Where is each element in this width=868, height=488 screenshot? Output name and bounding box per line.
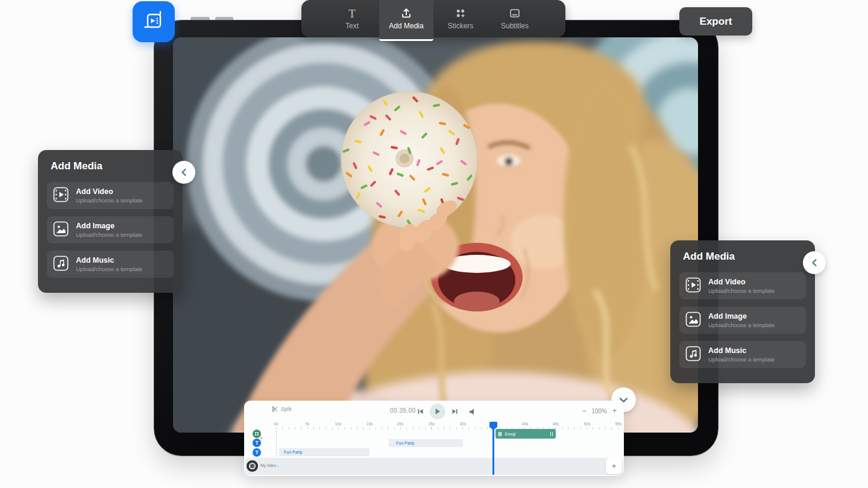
export-button[interactable]: Export bbox=[679, 7, 752, 36]
upload-icon bbox=[400, 7, 412, 20]
add-video-button[interactable]: Add VideoUpload/choose a template bbox=[679, 272, 806, 299]
ruler-label: 0s bbox=[274, 422, 278, 426]
item-label: Add Music bbox=[76, 256, 142, 264]
zoom-out-button[interactable]: − bbox=[582, 407, 586, 415]
ruler-label: 45s bbox=[553, 422, 559, 426]
split-label: Split bbox=[281, 406, 292, 412]
crop-video-icon bbox=[142, 8, 166, 35]
timeline-panel: Split 00.35.00 − 100% + 0s 5s 10s bbox=[244, 401, 624, 476]
item-label: Add Image bbox=[708, 312, 775, 321]
ruler-minor-ticks bbox=[276, 427, 618, 430]
panel-title: Add Media bbox=[683, 251, 806, 263]
music-note-icon bbox=[53, 255, 69, 274]
play-icon bbox=[435, 408, 441, 415]
clip-label: Fun Party bbox=[284, 450, 302, 454]
timecode: 00.35.00 bbox=[390, 407, 416, 414]
add-media-panel-right: Add Media Add VideoUpload/choose a templ… bbox=[670, 240, 815, 383]
text-icon: T bbox=[348, 7, 356, 20]
ruler-label: 20s bbox=[397, 422, 403, 426]
ruler-label: 10s bbox=[335, 422, 341, 426]
ruler-label: 40s bbox=[522, 422, 528, 426]
split-button[interactable]: Split bbox=[272, 406, 292, 412]
add-image-button[interactable]: Add ImageUpload/choose a template bbox=[47, 216, 174, 243]
music-note-icon bbox=[685, 346, 701, 364]
ruler-label: 5s bbox=[306, 422, 310, 426]
item-label: Add Music bbox=[708, 346, 775, 355]
stickers-icon bbox=[454, 7, 467, 20]
ruler-label: 55s bbox=[615, 422, 621, 426]
collapse-panel-left-button[interactable] bbox=[172, 161, 195, 184]
play-button[interactable] bbox=[430, 404, 445, 419]
film-icon bbox=[53, 187, 69, 205]
text-effect-track-icon[interactable]: T ✦ bbox=[253, 439, 261, 447]
ruler-label: 25s bbox=[429, 422, 435, 426]
speaker-icon bbox=[469, 408, 475, 415]
item-sublabel: Upload/choose a template bbox=[76, 197, 142, 204]
preview-photo bbox=[173, 37, 698, 433]
tab-label: Stickers bbox=[448, 22, 474, 30]
playhead-line bbox=[492, 423, 494, 475]
clip-label: Fun Party bbox=[396, 441, 414, 445]
mute-button[interactable] bbox=[469, 408, 475, 415]
tab-stickers[interactable]: Stickers bbox=[433, 0, 488, 37]
chevron-left-icon bbox=[180, 168, 187, 177]
skip-previous-button[interactable] bbox=[418, 408, 423, 414]
add-image-button[interactable]: Add ImageUpload/choose a template bbox=[679, 307, 806, 334]
image-icon bbox=[685, 311, 701, 330]
subtitles-icon bbox=[509, 7, 521, 20]
app-logo bbox=[133, 1, 175, 42]
timeline-zoom-controls: − 100% + bbox=[582, 407, 617, 415]
ruler-label: 50s bbox=[584, 422, 590, 426]
item-sublabel: Upload/choose a template bbox=[76, 231, 142, 238]
video-track-label: My video... bbox=[260, 463, 279, 468]
add-video-button[interactable]: Add VideoUpload/choose a template bbox=[47, 182, 174, 209]
top-toolbar: T Text Add Media Stickers Subtitles bbox=[301, 0, 565, 37]
chevron-left-icon bbox=[811, 258, 818, 267]
item-label: Add Video bbox=[708, 278, 775, 286]
item-label: Add Image bbox=[76, 222, 142, 230]
tab-add-media[interactable]: Add Media bbox=[379, 0, 433, 41]
text-track-icon[interactable]: T bbox=[253, 448, 261, 457]
clip-fun-party-1[interactable]: Fun Party bbox=[279, 448, 370, 456]
transport-controls bbox=[418, 404, 475, 419]
add-clip-button[interactable]: + bbox=[606, 458, 622, 474]
tab-subtitles[interactable]: Subtitles bbox=[488, 0, 542, 37]
trim-handle-left[interactable] bbox=[498, 432, 500, 436]
video-clip-thumbnail[interactable] bbox=[247, 460, 258, 472]
clip-label: Emoji bbox=[505, 432, 516, 436]
clip-emoji[interactable]: Emoji bbox=[495, 429, 556, 439]
page: T Text Add Media Stickers Subtitles bbox=[0, 0, 868, 488]
video-track[interactable] bbox=[245, 458, 623, 475]
tab-label: Add Media bbox=[389, 22, 423, 30]
item-label: Add Video bbox=[76, 187, 142, 196]
image-icon bbox=[53, 221, 69, 239]
tab-label: Subtitles bbox=[501, 22, 529, 30]
item-sublabel: Upload/choose a template bbox=[708, 356, 775, 363]
ruler-label: 30s bbox=[460, 422, 466, 426]
sprinkle-donut bbox=[341, 92, 477, 228]
add-music-button[interactable]: Add MusicUpload/choose a template bbox=[679, 341, 806, 368]
item-sublabel: Upload/choose a template bbox=[76, 266, 142, 272]
star-icon: ✦ bbox=[259, 436, 263, 441]
zoom-level: 100% bbox=[591, 408, 607, 414]
clip-fun-party-2[interactable]: Fun Party bbox=[389, 439, 463, 447]
add-media-panel-left: Add Media Add VideoUpload/choose a templ… bbox=[38, 150, 183, 293]
skip-next-button[interactable] bbox=[452, 408, 458, 414]
trim-handle-right[interactable] bbox=[552, 432, 553, 436]
tab-text[interactable]: T Text bbox=[325, 0, 379, 37]
scissors-icon bbox=[272, 406, 278, 412]
tab-label: Text bbox=[345, 22, 359, 30]
panel-title: Add Media bbox=[51, 160, 174, 172]
collapse-panel-right-button[interactable] bbox=[803, 251, 826, 274]
item-sublabel: Upload/choose a template bbox=[708, 322, 775, 328]
ruler-label: 15s bbox=[366, 422, 373, 426]
film-icon bbox=[685, 277, 701, 295]
zoom-in-button[interactable]: + bbox=[612, 407, 617, 415]
video-preview-canvas[interactable] bbox=[173, 37, 698, 433]
item-sublabel: Upload/choose a template bbox=[708, 287, 775, 294]
add-music-button[interactable]: Add MusicUpload/choose a template bbox=[47, 251, 174, 278]
